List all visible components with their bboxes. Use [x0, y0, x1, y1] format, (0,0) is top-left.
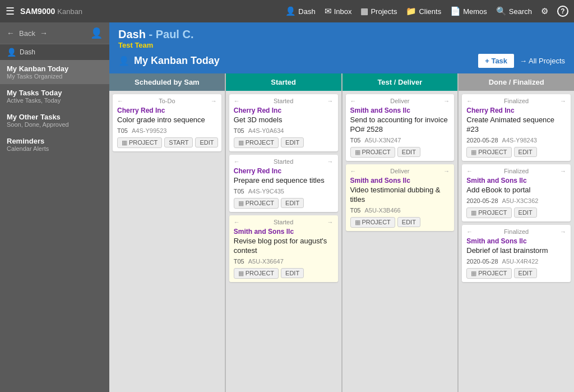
card-status-d2: Finalized: [504, 228, 529, 235]
nav-clients[interactable]: 📁 Clients: [406, 6, 441, 16]
nav-projects-label: Projects: [371, 7, 397, 16]
project-icon: ▦: [238, 139, 244, 146]
project-icon: ▦: [471, 209, 476, 216]
search-icon: 🔍: [496, 6, 507, 16]
card-edit-button-s1[interactable]: EDIT: [281, 198, 304, 208]
card-status-bar-s0: ← Started →: [234, 98, 334, 104]
inbox-icon: ✉: [325, 6, 332, 16]
card-status-t1: Deliver: [390, 168, 409, 174]
hamburger-icon[interactable]: ☰: [6, 5, 15, 17]
card-project-button-d0[interactable]: ▦ PROJECT: [466, 147, 511, 158]
forward-arrow-icon[interactable]: →: [40, 29, 48, 38]
help-icon: ?: [557, 6, 568, 17]
card-status-bar-d0: ← Finalized →: [466, 98, 566, 104]
nav-memos[interactable]: 📄 Memos: [450, 6, 487, 16]
card-edit-button-t0[interactable]: EDIT: [397, 147, 420, 157]
card-scheduled-0: ← To-Do → Cherry Red Inc Color grade int…: [113, 94, 221, 151]
kanban-columns: Scheduled by Sam ← To-Do → Cherry Red In…: [109, 73, 574, 392]
nav-settings[interactable]: ⚙: [541, 6, 548, 16]
card-nav-right-icon[interactable]: →: [560, 168, 566, 174]
card-project-button-s2[interactable]: ▦ PROJECT: [234, 268, 279, 279]
card-project-button-s0[interactable]: ▦ PROJECT: [234, 137, 279, 148]
card-nav-right-icon[interactable]: →: [327, 158, 334, 165]
add-task-button[interactable]: + Task: [477, 53, 515, 69]
kanban-title: 👤 My Kanban Today: [118, 55, 220, 67]
card-tag-d2: 2020-05-28 A5U-X4R422: [466, 258, 566, 265]
card-edit-button-0[interactable]: EDIT: [195, 137, 218, 147]
card-edit-button-s2[interactable]: EDIT: [281, 268, 304, 278]
card-date-d0: 2020-05-28: [466, 137, 498, 144]
card-nav-left-icon[interactable]: ←: [350, 168, 357, 174]
card-nav-right-icon[interactable]: →: [327, 98, 334, 104]
card-edit-button-d2[interactable]: EDIT: [514, 268, 537, 278]
card-nav-left-icon[interactable]: ←: [234, 158, 240, 165]
nav-dash-label: Dash: [298, 7, 315, 16]
card-client-s1: Cherry Red Inc: [234, 167, 334, 175]
card-project-button-d2[interactable]: ▦ PROJECT: [466, 268, 511, 279]
card-tag-s0: T05 A4S-Y0A634: [234, 127, 334, 134]
card-actions-d2: ▦ PROJECT EDIT: [466, 268, 566, 279]
project-icon: ▦: [471, 270, 476, 277]
card-nav-right-icon[interactable]: →: [211, 98, 217, 104]
all-projects-button[interactable]: → All Projects: [520, 57, 565, 65]
card-nav-left-icon[interactable]: ←: [234, 98, 240, 104]
card-tag-label-0: T05: [117, 127, 128, 134]
sidebar-item-my-tasks-today[interactable]: My Tasks Today Active Tasks, Today: [0, 84, 109, 108]
nav-dash[interactable]: 👤 Dash: [285, 6, 315, 16]
card-project-button-s1[interactable]: ▦ PROJECT: [234, 198, 279, 209]
card-tag-d0: 2020-05-28 A4S-Y98243: [466, 137, 566, 144]
card-tag-s1: T05 A4S-Y9C435: [234, 188, 334, 195]
kanban-user-icon: 👤: [118, 56, 129, 66]
card-nav-left-icon[interactable]: ←: [117, 98, 123, 104]
page-subtitle: Test Team: [118, 41, 193, 49]
card-project-button-d1[interactable]: ▦ PROJECT: [466, 207, 511, 218]
card-nav-left-icon[interactable]: ←: [234, 219, 240, 225]
card-tag-id-d2: A5U-X4R422: [502, 258, 539, 265]
card-edit-button-d1[interactable]: EDIT: [514, 207, 537, 218]
card-nav-left-icon[interactable]: ←: [466, 168, 473, 174]
card-nav-left-icon[interactable]: ←: [466, 98, 473, 104]
card-tag-label-s0: T05: [234, 127, 244, 134]
sidebar-section-header: 👤 Dash: [0, 44, 109, 60]
card-edit-button-d0[interactable]: EDIT: [514, 147, 537, 157]
back-arrow-icon[interactable]: ←: [7, 29, 15, 38]
column-body-done: ← Finalized → Cherry Red Inc Create Anim…: [459, 91, 574, 392]
nav-help[interactable]: ?: [557, 6, 568, 17]
card-project-button-t0[interactable]: ▦ PROJECT: [350, 147, 395, 158]
page-header-bottom: 👤 My Kanban Today + Task → All Projects: [118, 53, 565, 69]
card-nav-right-icon[interactable]: →: [327, 219, 334, 225]
card-nav-right-icon[interactable]: →: [560, 98, 566, 104]
sidebar-user-icon[interactable]: 👤: [90, 27, 103, 39]
card-actions-s1: ▦ PROJECT EDIT: [234, 198, 334, 209]
sidebar-item-my-kanban-today[interactable]: My Kanban Today My Tasks Organized: [0, 60, 109, 84]
sidebar-item-my-other-tasks[interactable]: My Other Tasks Soon, Done, Approved: [0, 108, 109, 132]
back-label[interactable]: Back: [19, 29, 35, 38]
card-tag-label-s2: T05: [234, 258, 244, 265]
sidebar-item-reminders[interactable]: Reminders Calendar Alerts: [0, 132, 109, 156]
card-status-d1: Finalized: [504, 168, 529, 174]
page-title-sep: - Paul C.: [149, 28, 193, 40]
card-status-bar-0: ← To-Do →: [117, 98, 217, 104]
card-started-1: ← Started → Cherry Red Inc Prepare end s…: [229, 155, 338, 212]
card-nav-right-icon[interactable]: →: [443, 168, 450, 174]
nav-memos-label: Memos: [463, 7, 487, 16]
nav-search[interactable]: 🔍 Search: [496, 6, 532, 16]
column-done: Done / Finalized ← Finalized → Cherry Re…: [459, 73, 574, 392]
card-title-s1: Prepare end sequence titles: [234, 176, 334, 186]
card-edit-button-s0[interactable]: EDIT: [281, 137, 304, 147]
card-nav-left-icon[interactable]: ←: [350, 98, 357, 104]
card-edit-button-t1[interactable]: EDIT: [397, 217, 420, 227]
nav-clients-label: Clients: [419, 7, 441, 16]
card-nav-right-icon[interactable]: →: [443, 98, 450, 104]
card-start-button-0[interactable]: START: [164, 137, 193, 147]
nav-inbox[interactable]: ✉ Inbox: [325, 6, 352, 16]
brand-name: SAM9000: [20, 7, 55, 16]
sidebar-section-label: Dash: [20, 48, 35, 56]
card-nav-right-icon[interactable]: →: [560, 228, 566, 235]
card-client-d2: Smith and Sons llc: [466, 237, 566, 245]
card-nav-left-icon[interactable]: ←: [466, 228, 473, 235]
nav-projects[interactable]: ▦ Projects: [360, 6, 397, 16]
card-project-button-0[interactable]: ▦ PROJECT: [117, 137, 162, 148]
card-tag-d1: 2020-05-28 A5U-X3C362: [466, 197, 566, 204]
card-project-button-t1[interactable]: ▦ PROJECT: [350, 217, 395, 228]
